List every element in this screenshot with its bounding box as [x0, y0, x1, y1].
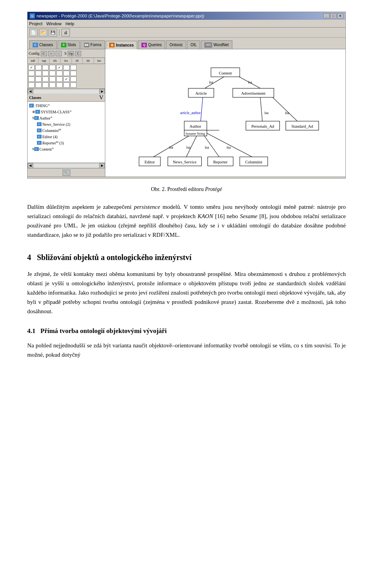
checkbox-row-1 [28, 65, 104, 70]
cb-1-7[interactable] [70, 65, 77, 70]
caption-area: Obr. 2. Prostředí editoru Protégé [51, 186, 322, 193]
cb-3-3[interactable] [42, 76, 49, 82]
svg-text:isa: isa [265, 111, 269, 115]
scroll-thumb[interactable] [34, 90, 99, 94]
thing-label: :THINGA [35, 103, 50, 108]
svg-line-4 [201, 97, 203, 121]
cb-4-6[interactable] [63, 82, 70, 88]
menu-project[interactable]: Project [29, 21, 42, 26]
col-sup: sup [38, 58, 49, 64]
classes-scroll-thumb[interactable] [34, 164, 99, 168]
maximize-button[interactable]: □ [330, 13, 336, 19]
checkbox-row-4 [28, 82, 104, 88]
config-c-btn[interactable]: C [41, 51, 47, 56]
cb-4-3[interactable] [42, 82, 49, 88]
cb-2-4[interactable] [49, 71, 56, 76]
svg-line-6 [260, 97, 262, 121]
title-bar: N newspaper - Protégé-2000 (E:\Java\Prot… [28, 12, 345, 20]
cb-3-6[interactable] [63, 76, 70, 82]
scroll-left-btn[interactable]: ◀ [28, 89, 33, 94]
svg-text:Personals_Ad: Personals_Ad [251, 124, 274, 128]
class-columnist[interactable]: C ColumnistM [28, 127, 104, 134]
cb-3-1[interactable] [28, 76, 35, 82]
class-author[interactable]: 9 C AuthorA [28, 115, 104, 121]
add-class-btn[interactable]: 🔧 [63, 170, 70, 176]
svg-line-0 [205, 76, 225, 88]
minimize-button[interactable]: _ [323, 13, 329, 19]
cb-2-1[interactable] [28, 71, 35, 76]
svg-text:News_Service: News_Service [173, 160, 197, 164]
cb-1-3[interactable] [42, 65, 49, 70]
window-controls[interactable]: _ □ ✕ [323, 13, 343, 19]
cb-1-1[interactable] [28, 65, 35, 70]
classes-scroll-right[interactable]: ▶ [99, 163, 105, 168]
tab-forms[interactable]: ■■ Forms [80, 40, 105, 49]
cb-4-2[interactable] [35, 82, 42, 88]
cb-2-6[interactable] [63, 71, 70, 76]
reporter-label: ReporterM (3) [42, 140, 64, 145]
col-slt: slt [72, 58, 83, 64]
cb-2-2[interactable] [35, 71, 42, 76]
classes-scrollbar[interactable]: ◀ ▶ [28, 163, 105, 168]
open-button[interactable]: 📂 [39, 29, 47, 36]
tab-oil[interactable]: OIL [187, 40, 200, 49]
status-bar [28, 177, 345, 179]
system-label: SYSTEM-CLASSA [41, 109, 71, 114]
print-button[interactable]: 🖨 [61, 29, 70, 36]
svg-text:article_author: article_author [180, 111, 201, 115]
tab-classes[interactable]: C Classes [29, 40, 57, 49]
save-button[interactable]: 💾 [49, 29, 57, 36]
tab-instances[interactable]: ⊞ Instances [106, 41, 137, 49]
class-diagram: isa isa article_author isa isa byname [105, 49, 345, 177]
col-ins: ins [94, 58, 105, 64]
config-plus-btn[interactable]: + [48, 51, 54, 56]
col-isx: isx [61, 58, 71, 64]
class-thing[interactable]: C :THINGA [28, 102, 104, 109]
tab-slots[interactable]: S Slots [58, 40, 80, 49]
menu-help[interactable]: Help [65, 21, 74, 26]
class-content[interactable]: 9 C ContentA [28, 146, 104, 152]
cb-3-2[interactable] [35, 76, 42, 82]
cb-2-3[interactable] [42, 71, 49, 76]
classes-scroll-left[interactable]: ◀ [28, 163, 33, 168]
config-c2-btn[interactable]: C [75, 51, 81, 56]
cb-2-5[interactable] [56, 71, 63, 76]
tab-wordnet-label: WordNet [213, 43, 228, 47]
tab-queries[interactable]: Q Queries [138, 40, 165, 49]
cb-1-4[interactable] [49, 65, 56, 70]
cb-2-7[interactable] [70, 71, 77, 76]
tab-wordnet[interactable]: WN WordNet [201, 40, 232, 49]
scroll-right-btn[interactable]: ▶ [99, 89, 105, 94]
left-panel: Config C + − S Op C sub sup slx isx slt … [28, 49, 105, 177]
cb-4-4[interactable] [49, 82, 56, 88]
system-icon: C [35, 110, 40, 114]
menu-window[interactable]: Window [46, 21, 61, 26]
cb-1-6[interactable] [63, 65, 70, 70]
config-minus-btn[interactable]: − [56, 51, 62, 56]
class-news-service[interactable]: C News_Service (2) [28, 121, 104, 127]
class-editor[interactable]: C Editor (4) [28, 134, 104, 140]
config-label: Config [29, 51, 40, 56]
cb-1-2[interactable] [35, 65, 42, 70]
tab-ontoviz[interactable]: Ontoviz [166, 40, 186, 49]
class-reporter[interactable]: C ReporterM (3) [28, 140, 104, 146]
config-op-btn[interactable]: Op [68, 51, 74, 56]
close-button[interactable]: ✕ [337, 13, 343, 19]
cb-4-5[interactable] [56, 82, 63, 88]
new-button[interactable]: 📄 [29, 29, 38, 36]
cb-4-1[interactable] [28, 82, 35, 88]
svg-text:Article: Article [195, 91, 207, 95]
svg-text:Author: Author [190, 124, 201, 128]
svg-text:Standard_Ad: Standard_Ad [291, 124, 314, 128]
forms-icon: ■■ [84, 43, 89, 47]
cb-3-4[interactable] [49, 76, 56, 82]
horizontal-scrollbar[interactable]: ◀ ▶ [28, 88, 105, 94]
column-headers: sub sup slx isx slt sle ins [28, 58, 105, 64]
cb-4-7[interactable] [70, 82, 77, 88]
class-system[interactable]: ⊕ C SYSTEM-CLASSA [28, 109, 104, 115]
cb-3-7[interactable] [70, 76, 77, 82]
cb-1-5[interactable] [56, 65, 63, 70]
svg-text:isa: isa [209, 80, 213, 84]
cb-3-5[interactable] [56, 76, 63, 82]
toolbar-separator-1 [59, 29, 59, 36]
